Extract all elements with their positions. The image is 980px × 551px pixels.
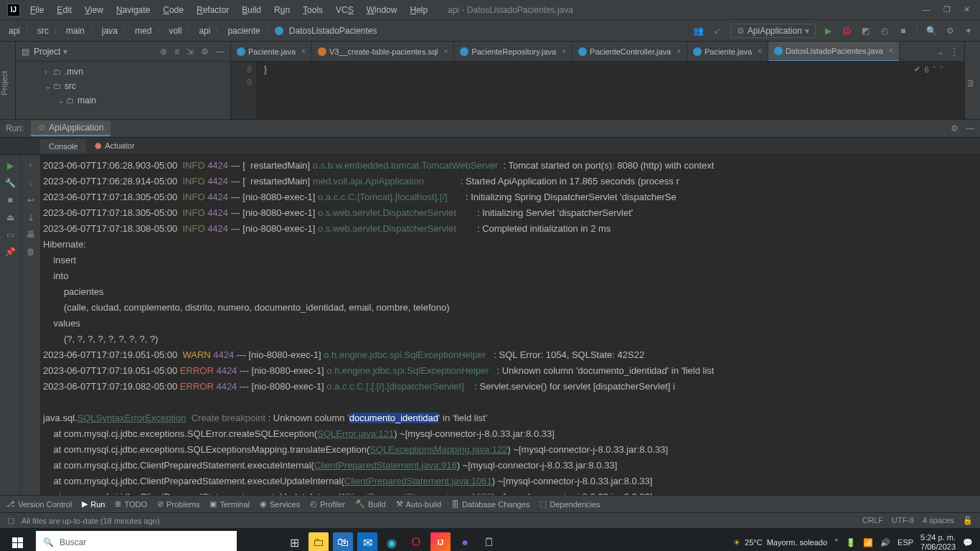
- down-icon[interactable]: ↓: [29, 178, 33, 188]
- code-area[interactable]: 8 9 } ✔6 ˆ ˇ: [231, 62, 964, 119]
- readonly-icon[interactable]: 🔓: [963, 516, 973, 525]
- close-icon[interactable]: ×: [758, 47, 762, 55]
- project-tree[interactable]: ›🗀.mvn ⌄🗀src ⌄🗀main: [16, 62, 230, 110]
- menu-navigate[interactable]: Navigate: [110, 2, 156, 18]
- project-label[interactable]: Project: [34, 47, 60, 57]
- clear-icon[interactable]: 🗑: [27, 247, 35, 257]
- chevron-down-icon[interactable]: ⌄: [937, 47, 944, 57]
- menu-run[interactable]: Run: [268, 2, 296, 18]
- crumb[interactable]: api: [196, 26, 213, 36]
- explorer-icon[interactable]: 🗀: [308, 532, 329, 551]
- crumb[interactable]: src: [34, 26, 52, 36]
- menu-vcs[interactable]: VCS: [330, 2, 359, 18]
- close-icon[interactable]: ×: [889, 47, 893, 55]
- close-icon[interactable]: ×: [562, 47, 566, 55]
- tools-icon[interactable]: 🔧: [5, 178, 16, 188]
- firefox-icon[interactable]: ●: [455, 532, 475, 551]
- editor-tab-active[interactable]: DatosListadoPacientes.java×: [768, 42, 900, 62]
- editor-tab[interactable]: Paciente.java×: [231, 42, 312, 62]
- menu-tools[interactable]: Tools: [297, 2, 329, 18]
- source-link[interactable]: SQLError.java:121: [317, 428, 394, 439]
- profiler-icon[interactable]: ◴: [879, 25, 890, 37]
- create-breakpoint-link[interactable]: Create breakpoint: [192, 413, 265, 423]
- close-icon[interactable]: ×: [677, 47, 681, 55]
- crumb[interactable]: voll: [166, 26, 184, 36]
- users-icon[interactable]: 👥: [693, 25, 705, 37]
- menu-edit[interactable]: Edit: [51, 2, 77, 18]
- close-icon[interactable]: ×: [444, 47, 448, 55]
- indent[interactable]: 4 spaces: [923, 516, 954, 525]
- console-output[interactable]: 2023-06-07T17:06:28.903-05:00 INFO 4424 …: [40, 155, 980, 495]
- menu-file[interactable]: File: [24, 2, 50, 18]
- tool-window-icon[interactable]: ▢: [7, 516, 14, 525]
- debug-icon[interactable]: 🐞: [842, 25, 853, 37]
- encoding[interactable]: UTF-8: [892, 516, 914, 525]
- menu-code[interactable]: Code: [157, 2, 189, 18]
- exception-link[interactable]: SQLSyntaxErrorException: [77, 413, 187, 423]
- weather-widget[interactable]: ☀ 25°C Mayorm. soleado: [733, 538, 827, 547]
- intellij-icon[interactable]: IJ: [430, 532, 451, 551]
- print-icon[interactable]: 🖶: [27, 230, 35, 240]
- settings-icon[interactable]: ⚙: [201, 47, 209, 57]
- terminal-button[interactable]: ▣ Terminal: [209, 499, 250, 509]
- edge-icon[interactable]: ◉: [382, 532, 402, 551]
- menu-help[interactable]: Help: [404, 2, 433, 18]
- minimize-button[interactable]: —: [923, 5, 930, 14]
- language-indicator[interactable]: ESP: [897, 538, 913, 547]
- hide-icon[interactable]: —: [216, 47, 225, 57]
- select-opened-icon[interactable]: ⊕: [160, 47, 167, 57]
- notepad-icon[interactable]: 🗒: [479, 532, 499, 551]
- line-separator[interactable]: CRLF: [862, 516, 883, 525]
- store-icon[interactable]: 🛍: [333, 532, 353, 551]
- profiler-button[interactable]: ◴ Profiler: [310, 499, 345, 509]
- layout-icon[interactable]: ▭: [6, 230, 14, 240]
- ai-icon[interactable]: ✦: [963, 25, 974, 37]
- opera-icon[interactable]: O: [406, 532, 426, 551]
- source-link[interactable]: ClientPreparedStatement.java:916: [314, 460, 457, 471]
- mail-icon[interactable]: ✉: [357, 532, 377, 551]
- hide-icon[interactable]: —: [966, 123, 974, 133]
- notifications-icon[interactable]: 💬: [963, 538, 973, 547]
- run-config-selector[interactable]: ApiApplication ▾: [730, 24, 816, 38]
- project-tool-button[interactable]: Project: [0, 47, 9, 119]
- services-button[interactable]: ◉ Services: [260, 499, 300, 509]
- maximize-button[interactable]: ❐: [943, 5, 951, 14]
- build-button[interactable]: 🔨 Build: [355, 499, 385, 509]
- dependencies-button[interactable]: ⬚ Dependencies: [540, 499, 600, 509]
- todo-button[interactable]: ≣ TODO: [115, 499, 147, 509]
- up-icon[interactable]: ↑: [29, 161, 33, 171]
- collapse-all-icon[interactable]: ⇲: [187, 47, 194, 57]
- crumb[interactable]: med: [132, 26, 154, 36]
- db-changes-button[interactable]: 🗄 Database Changes: [451, 500, 529, 509]
- crumb[interactable]: api: [6, 26, 23, 36]
- menu-window[interactable]: Window: [361, 2, 403, 18]
- close-icon[interactable]: ×: [301, 47, 306, 55]
- wrap-icon[interactable]: ↩: [27, 195, 34, 205]
- autobuild-button[interactable]: ⚒ Auto-build: [396, 499, 442, 509]
- crumb[interactable]: main: [63, 26, 88, 36]
- exit-icon[interactable]: ⏏: [6, 212, 14, 222]
- crumb-file[interactable]: DatosListadoPacientes: [286, 26, 380, 36]
- editor-tab[interactable]: PacienteController.java×: [573, 42, 687, 62]
- problems-button[interactable]: ⊘ Problems: [157, 499, 199, 509]
- volume-icon[interactable]: 🔊: [880, 538, 890, 547]
- editor-tab[interactable]: V3__create-table-pacientes.sql×: [312, 42, 455, 62]
- taskbar-search[interactable]: 🔍 Buscar: [36, 531, 237, 551]
- source-link[interactable]: ClientPreparedStatement.java:1061: [344, 476, 492, 486]
- stop-icon[interactable]: ■: [7, 195, 12, 205]
- console-tab[interactable]: Console: [40, 139, 86, 154]
- coverage-icon[interactable]: ◩: [860, 25, 872, 37]
- tray-chevron-icon[interactable]: ˄: [834, 538, 839, 547]
- scroll-icon[interactable]: ⤓: [27, 212, 34, 222]
- rerun-icon[interactable]: ▶: [7, 161, 14, 171]
- clock[interactable]: 5:24 p. m. 7/06/2023: [920, 533, 956, 551]
- editor-tab[interactable]: Paciente.java×: [687, 42, 768, 62]
- expand-all-icon[interactable]: ≡: [174, 47, 179, 57]
- run-tab[interactable]: ⚙ApiApplication: [31, 121, 110, 136]
- battery-icon[interactable]: 🔋: [846, 538, 856, 547]
- vcs-update-icon[interactable]: ↙: [712, 25, 723, 37]
- task-view-icon[interactable]: ⊞: [284, 532, 304, 551]
- maven-tool-button[interactable]: m: [965, 47, 976, 119]
- search-icon[interactable]: 🔍: [925, 25, 937, 37]
- run-button[interactable]: ▶ Run: [82, 499, 105, 509]
